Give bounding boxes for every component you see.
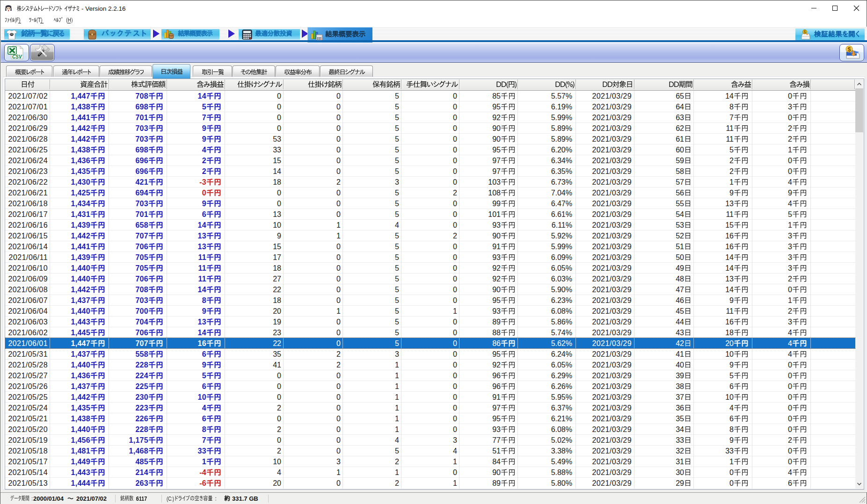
svg-text:CSV: CSV xyxy=(12,54,22,59)
svg-text:$: $ xyxy=(803,29,806,34)
svg-text:$: $ xyxy=(847,46,851,53)
